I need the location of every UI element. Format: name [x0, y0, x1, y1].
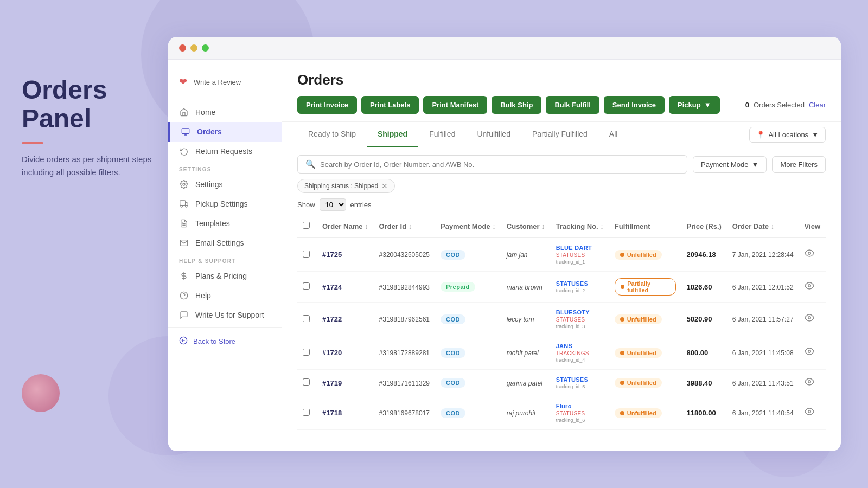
filter-tag-close[interactable]: ✕: [381, 182, 388, 190]
svg-point-3: [181, 206, 182, 207]
price: 3988.40: [687, 379, 712, 387]
select-all-checkbox[interactable]: [303, 222, 310, 229]
row-checkbox[interactable]: [303, 378, 310, 386]
sidebar-item-help[interactable]: Help: [168, 286, 282, 305]
tab-all[interactable]: All: [598, 122, 629, 147]
customer-name: garima patel: [507, 380, 542, 387]
orders-selected-label: Orders Selected: [754, 101, 805, 109]
col-order-date: Order Date ↕: [727, 215, 799, 237]
templates-label: Templates: [195, 219, 230, 228]
window-dot-red[interactable]: [179, 44, 186, 52]
entries-select[interactable]: 10 25 50: [320, 198, 346, 211]
view-button[interactable]: [805, 346, 814, 359]
tab-ready-to-ship[interactable]: Ready to Ship: [297, 122, 367, 147]
sidebar-item-settings[interactable]: Settings: [168, 175, 282, 194]
tab-shipped[interactable]: Shipped: [367, 122, 418, 147]
window-body: ❤ Write a Review Home Orders: [168, 60, 841, 451]
sidebar: ❤ Write a Review Home Orders: [168, 60, 282, 451]
clear-link[interactable]: Clear: [809, 101, 826, 109]
bulk-fulfill-button[interactable]: Bulk Fulfill: [546, 96, 599, 114]
sidebar-item-home[interactable]: Home: [168, 102, 282, 122]
sidebar-item-orders[interactable]: Orders: [168, 122, 282, 142]
view-button[interactable]: [805, 248, 814, 261]
main-window: ❤ Write a Review Home Orders: [168, 37, 841, 451]
table-row: #1718#3198169678017CODraj purohit Fluro …: [297, 396, 826, 430]
fulfillment-badge: Partially fulfilled: [615, 278, 676, 296]
window-dot-yellow[interactable]: [190, 44, 197, 52]
payment-badge: COD: [441, 408, 465, 418]
help-label: Help: [195, 291, 211, 300]
plans-icon: [179, 271, 189, 281]
location-filter-button[interactable]: 📍 All Locations ▼: [749, 127, 826, 143]
tabs-right: 📍 All Locations ▼: [749, 123, 826, 147]
tabs-container: Ready to Ship Shipped Fulfilled Unfulfil…: [282, 122, 841, 147]
sidebar-item-write-review[interactable]: ❤ Write a Review: [168, 69, 282, 98]
payment-badge: COD: [441, 314, 465, 324]
panel-title: Orders Panel: [22, 76, 163, 133]
back-icon: [179, 336, 188, 346]
sidebar-item-email-settings[interactable]: Email Settings: [168, 233, 282, 253]
tab-fulfilled[interactable]: Fulfilled: [418, 122, 466, 147]
col-tracking: Tracking No. ↕: [551, 215, 609, 237]
send-invoice-button[interactable]: Send Invoice: [604, 96, 665, 114]
view-button[interactable]: [805, 281, 814, 293]
table-row: #1722#3198187962561CODleccy tom BLUESOTY…: [297, 303, 826, 336]
show-label: Show: [297, 201, 315, 209]
sidebar-item-write-support[interactable]: Write Us for Support: [168, 305, 282, 325]
sidebar-item-pickup-settings[interactable]: Pickup Settings: [168, 194, 282, 214]
col-fulfillment: Fulfillment: [609, 215, 681, 237]
fulfillment-dot: [620, 411, 624, 415]
fulfillment-dot: [620, 253, 624, 257]
tracking-info: BLUE DART STATUSES tracking_id_1: [556, 245, 604, 265]
orders-count: 0: [745, 101, 749, 109]
orders-selected-area: 0 Orders Selected Clear: [745, 101, 826, 109]
table-row: #1724#3198192844993Prepaidmaria brown ST…: [297, 272, 826, 303]
sidebar-divider-top: [168, 100, 282, 100]
row-checkbox[interactable]: [303, 349, 310, 356]
order-id: #3198172889281: [379, 349, 430, 357]
sidebar-item-back-to-store[interactable]: Back to Store: [168, 330, 282, 353]
search-icon: 🔍: [305, 159, 316, 169]
view-button[interactable]: [805, 313, 814, 325]
eye-icon: [805, 346, 814, 356]
tab-partially-fulfilled[interactable]: Partially Fulfilled: [521, 122, 598, 147]
row-checkbox[interactable]: [303, 251, 310, 258]
order-date: 6 Jan, 2021 11:40:54: [732, 409, 794, 417]
row-checkbox[interactable]: [303, 315, 310, 322]
print-invoice-button[interactable]: Print Invoice: [297, 96, 357, 114]
pickup-button[interactable]: Pickup ▼: [669, 96, 720, 114]
sidebar-item-templates[interactable]: Templates: [168, 214, 282, 233]
window-dot-green[interactable]: [202, 44, 209, 52]
sidebar-item-plans-pricing[interactable]: Plans & Pricing: [168, 266, 282, 286]
price: 11800.00: [687, 409, 716, 417]
fulfillment-dot: [620, 351, 624, 355]
pickup-settings-label: Pickup Settings: [195, 200, 248, 208]
tracking-info: Fluro STATUSES tracking_id_6: [556, 403, 604, 423]
svg-point-1: [183, 183, 185, 185]
order-name: #1722: [322, 315, 342, 323]
home-icon: [179, 107, 189, 117]
eye-icon: [805, 248, 814, 258]
fulfillment-dot: [621, 285, 624, 289]
print-labels-button[interactable]: Print Labels: [361, 96, 419, 114]
tab-unfulfilled[interactable]: Unfulfilled: [466, 122, 521, 147]
more-filters-button[interactable]: More Filters: [772, 156, 826, 173]
svg-point-12: [808, 252, 810, 255]
bulk-ship-button[interactable]: Bulk Ship: [492, 96, 541, 114]
tracking-line2: STATUSES: [556, 252, 604, 258]
print-manifest-button[interactable]: Print Manifest: [423, 96, 487, 114]
payment-badge: Prepaid: [441, 282, 475, 292]
col-payment-mode: Payment Mode ↕: [435, 215, 501, 237]
view-button[interactable]: [805, 407, 814, 419]
payment-mode-filter-button[interactable]: Payment Mode ▼: [693, 156, 767, 173]
customer-name: mohit patel: [507, 349, 539, 357]
location-pin-icon: 📍: [756, 131, 765, 139]
row-checkbox[interactable]: [303, 282, 310, 290]
row-checkbox[interactable]: [303, 409, 310, 416]
window-chrome: [168, 37, 841, 60]
tracking-info: BLUESOTY STATUSES tracking_id_3: [556, 309, 604, 329]
sidebar-item-return-requests[interactable]: Return Requests: [168, 142, 282, 161]
view-button[interactable]: [805, 377, 814, 389]
search-input[interactable]: [320, 160, 679, 169]
payment-badge: COD: [441, 378, 465, 388]
